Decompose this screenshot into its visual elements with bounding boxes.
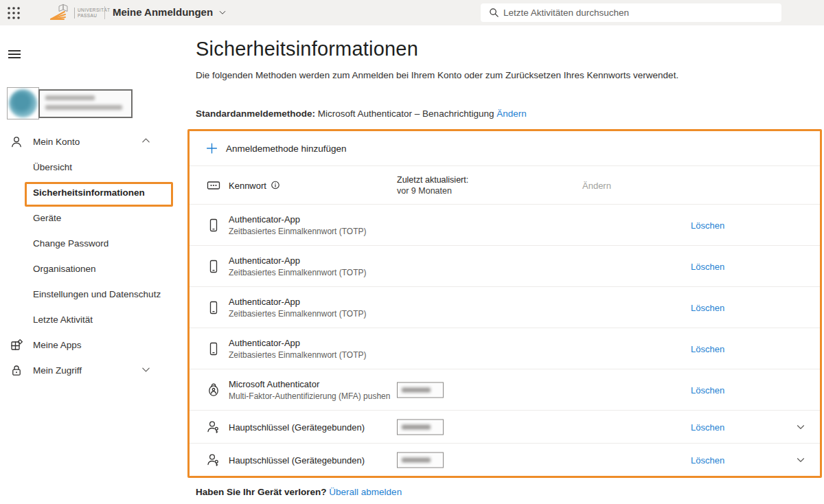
sidebar-item-organisationen[interactable]: Organisationen <box>0 256 185 282</box>
sidebar-item-geräte[interactable]: Geräte <box>0 205 185 231</box>
löschen-link[interactable]: Löschen <box>691 385 724 395</box>
phone-icon <box>206 300 221 315</box>
add-method-label: Anmeldemethode hinzufügen <box>226 144 347 154</box>
sidebar-item-change-password[interactable]: Change Password <box>0 231 185 256</box>
portal-title-menu[interactable]: Meine Anmeldungen <box>113 6 227 18</box>
method-row-hauptschlüssel-gerätegebunden: Hauptschlüssel (Gerätegebunden) Löschen <box>190 443 820 476</box>
löschen-link[interactable]: Löschen <box>691 343 724 354</box>
app-launcher-icon[interactable] <box>7 6 21 20</box>
method-row-authenticator-app: Authenticator-App Zeitbasiertes Einmalke… <box>190 328 820 369</box>
method-row-authenticator-app: Authenticator-App Zeitbasiertes Einmalke… <box>190 204 820 245</box>
sidebar-item-mein-konto[interactable]: Mein Konto <box>0 129 185 154</box>
chevron-down-icon <box>141 364 151 377</box>
ändern-link: Ändern <box>582 180 611 190</box>
lost-device-label: Haben Sie Ihr Gerät verloren? <box>196 487 327 497</box>
phone-icon <box>206 218 221 233</box>
method-row-authenticator-app: Authenticator-App Zeitbasiertes Einmalke… <box>190 245 820 286</box>
search-input[interactable] <box>503 8 764 18</box>
main-content: Sicherheitsinformationen Die folgenden M… <box>185 25 824 504</box>
profile-name-redacted <box>38 89 133 118</box>
sign-out-everywhere-link[interactable]: Überall abmelden <box>329 487 402 497</box>
password-icon <box>206 178 221 193</box>
method-row-kennwort: Kennwort Zuletzt aktualisiert:vor 9 Mona… <box>190 165 820 204</box>
default-method-line: Standardanmeldemethode: Microsoft Authen… <box>196 108 527 119</box>
löschen-link[interactable]: Löschen <box>691 261 724 271</box>
phone-icon <box>206 341 221 356</box>
chevron-down-icon[interactable] <box>794 421 807 433</box>
sidebar-item-meine-apps[interactable]: Meine Apps <box>0 332 185 358</box>
method-row-microsoft-authenticator: Microsoft Authenticator Multi-Faktor-Aut… <box>190 369 820 410</box>
page-title: Sicherheitsinformationen <box>196 38 418 60</box>
löschen-link[interactable]: Löschen <box>691 302 724 312</box>
search-icon <box>489 8 499 18</box>
top-bar: UNIVERSITÄT PASSAU Meine Anmeldungen <box>0 0 824 25</box>
add-method-button[interactable]: Anmeldemethode hinzufügen <box>190 131 820 165</box>
method-row-authenticator-app: Authenticator-App Zeitbasiertes Einmalke… <box>190 286 820 328</box>
default-method-value: Microsoft Authenticator – Benachrichtigu… <box>315 108 496 119</box>
default-method-change-link[interactable]: Ändern <box>496 108 527 119</box>
chevron-down-icon[interactable] <box>794 454 807 466</box>
plus-icon <box>206 143 218 154</box>
löschen-link[interactable]: Löschen <box>691 422 724 432</box>
passkey-icon <box>206 420 221 435</box>
default-method-label: Standardanmeldemethode: <box>196 108 315 119</box>
device-name-redacted <box>397 382 444 398</box>
device-name-redacted <box>397 452 444 468</box>
lock-icon <box>10 364 23 378</box>
phone-icon <box>206 259 221 274</box>
sign-in-methods-table: Anmeldemethode hinzufügen Kennwort Zulet… <box>187 129 822 478</box>
chevron-down-icon <box>218 8 227 16</box>
topbar-divider <box>104 6 105 19</box>
authenticator-icon <box>206 382 221 398</box>
sidebar-item-sicherheitsinformationen[interactable]: Sicherheitsinformationen <box>0 180 185 205</box>
user-profile[interactable] <box>7 87 165 120</box>
löschen-link[interactable]: Löschen <box>691 220 724 230</box>
sidebar-item-übersicht[interactable]: Übersicht <box>0 154 185 180</box>
device-name-redacted <box>397 419 444 435</box>
löschen-link[interactable]: Löschen <box>691 455 724 465</box>
lost-device-line: Haben Sie Ihr Gerät verloren? Überall ab… <box>196 487 402 497</box>
sidebar-item-mein-zugriff[interactable]: Mein Zugriff <box>0 358 185 383</box>
portal-title: Meine Anmeldungen <box>113 6 213 18</box>
waffle-icon <box>7 6 21 20</box>
person-icon <box>10 135 23 149</box>
apps-icon <box>10 339 23 352</box>
sidebar-item-einstellungen-und-datenschutz[interactable]: Einstellungen und Datenschutz <box>0 282 185 307</box>
sidebar-nav: Mein Konto Übersicht Sicherheitsinformat… <box>0 129 185 383</box>
my-signins-app: UNIVERSITÄT PASSAU Meine Anmeldungen <box>0 0 824 504</box>
university-passau-logo: UNIVERSITÄT PASSAU <box>48 3 110 23</box>
method-row-hauptschlüssel-gerätegebunden: Hauptschlüssel (Gerätegebunden) Löschen <box>190 410 820 443</box>
passkey-icon <box>206 453 221 468</box>
sidebar-item-letzte-aktivität[interactable]: Letzte Aktivität <box>0 307 185 332</box>
avatar-image-redacted <box>9 89 37 117</box>
chevron-up-icon <box>141 135 151 148</box>
university-logo-icon <box>48 3 71 23</box>
info-icon[interactable] <box>271 181 280 190</box>
page-subtitle: Die folgenden Methoden werden zum Anmeld… <box>196 70 678 80</box>
method-detail: Zuletzt aktualisiert:vor 9 Monaten <box>397 175 468 196</box>
sidebar: Mein Konto Übersicht Sicherheitsinformat… <box>0 25 185 504</box>
hamburger-menu-icon[interactable] <box>8 48 23 60</box>
search-box <box>481 3 781 22</box>
avatar <box>7 87 39 119</box>
